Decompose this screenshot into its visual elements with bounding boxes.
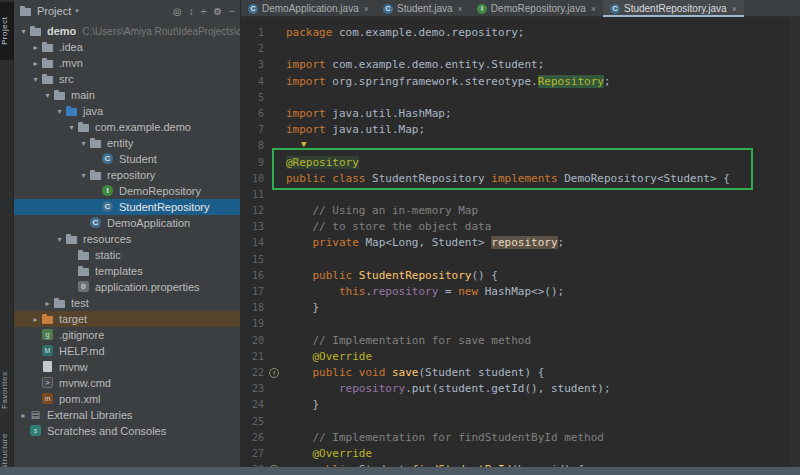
tree-item-pom-xml[interactable]: mpom.xml	[14, 391, 240, 407]
tree-item-test[interactable]: ▸test	[14, 295, 240, 311]
tree-item-resources[interactable]: ▾resources	[14, 231, 240, 247]
tab-student-java[interactable]: CStudent.java×	[376, 0, 470, 17]
tree-item-label: .idea	[59, 41, 83, 53]
stripe-project-button[interactable]: Project	[0, 2, 14, 60]
tab-demoapplication-java[interactable]: CDemoApplication.java×	[241, 0, 376, 17]
tree-item-main[interactable]: ▾main	[14, 87, 240, 103]
gutter	[267, 268, 282, 284]
code-token: new	[458, 285, 478, 298]
folder-icon	[65, 105, 79, 117]
line-number: 13	[241, 219, 267, 235]
code-editor[interactable]: 1package com.example.demo.repository;23i…	[241, 17, 800, 467]
chevron-expanded-icon[interactable]: ▾	[42, 91, 53, 100]
tree-item-src[interactable]: ▾src	[14, 71, 240, 87]
settings-gear-icon[interactable]: ⚙	[213, 6, 222, 17]
code-token: public class	[286, 172, 365, 185]
chevron-expanded-icon[interactable]: ▾	[54, 235, 65, 244]
close-tab-icon[interactable]: ×	[458, 4, 463, 14]
code-line-24: 24 }	[241, 397, 800, 413]
chevron-collapsed-icon[interactable]: ▸	[18, 411, 29, 420]
code-text	[282, 138, 286, 154]
tree-item-gitignore[interactable]: g.gitignore	[14, 327, 240, 343]
tree-item-templates[interactable]: templates	[14, 263, 240, 279]
chevron-expanded-icon[interactable]: ▾	[54, 107, 65, 116]
tree-item-scratches-and-consoles[interactable]: sScratches and Consoles	[14, 423, 240, 439]
tree-item-com-example-demo[interactable]: ▾com.example.demo	[14, 119, 240, 135]
code-token: org.springframework.stereotype.	[326, 75, 538, 88]
tree-item-static[interactable]: static	[14, 247, 240, 263]
chevron-collapsed-icon[interactable]: ▸	[42, 299, 53, 308]
close-tab-icon[interactable]: ×	[591, 4, 596, 14]
tool-window-stripe: Project Favorites Structure	[0, 0, 14, 467]
project-panel-header: Project ▾ ◎↕÷⚙−	[14, 0, 240, 22]
line-number: 16	[241, 268, 267, 284]
override-method-icon[interactable]: ↑	[269, 368, 279, 378]
close-tab-icon[interactable]: ×	[364, 4, 369, 14]
hide-panel-icon[interactable]: −	[229, 6, 235, 17]
code-token: package	[286, 26, 332, 39]
chevron-expanded-icon[interactable]: ▾	[18, 27, 29, 36]
chevron-collapsed-icon[interactable]: ▸	[30, 43, 41, 52]
class-icon: C	[610, 4, 620, 14]
code-text: }	[282, 397, 319, 413]
locate-file-icon[interactable]: ◎	[173, 6, 182, 17]
tab-demorepository-java[interactable]: IDemoRepository.java×	[470, 0, 603, 17]
tree-item-repository[interactable]: ▾repository	[14, 167, 240, 183]
tab-studentrepository-java[interactable]: CStudentRepository.java×	[603, 0, 744, 17]
editor-scrollbar[interactable]	[790, 17, 800, 467]
gutter	[267, 155, 282, 171]
chevron-expanded-icon[interactable]: ▾	[78, 171, 89, 180]
tree-item-entity[interactable]: ▾entity	[14, 135, 240, 151]
tab-label: StudentRepository.java	[624, 3, 727, 14]
tree-item-student[interactable]: CStudent	[14, 151, 240, 167]
library-icon: ▤	[29, 409, 43, 421]
code-line-6: 6import java.util.HashMap;	[241, 106, 800, 122]
tree-item-mvnw-cmd[interactable]: >mvnw.cmd	[14, 375, 240, 391]
tree-item-help-md[interactable]: MHELP.md	[14, 343, 240, 359]
code-token: StudentRepository	[359, 269, 472, 282]
code-line-21: 21 @Override	[241, 349, 800, 365]
chevron-expanded-icon[interactable]: ▾	[78, 139, 89, 148]
tree-item-studentrepository[interactable]: CStudentRepository	[14, 199, 240, 215]
code-token: @Repository	[286, 156, 359, 169]
line-number: 15	[241, 252, 267, 268]
tree-item-demoapplication[interactable]: CDemoApplication	[14, 215, 240, 231]
code-token: StudentRepository	[365, 172, 491, 185]
tree-item-idea[interactable]: ▸.idea	[14, 39, 240, 55]
expand-all-icon[interactable]: ↕	[189, 6, 194, 17]
code-token: () {	[471, 269, 498, 282]
tree-item-mvn[interactable]: ▸.mvn	[14, 55, 240, 71]
override-gutter[interactable]: ↑	[267, 365, 282, 381]
gutter	[267, 252, 282, 268]
interface-icon: I	[477, 4, 487, 14]
chevron-collapsed-icon[interactable]: ▸	[30, 315, 41, 324]
tree-item-demorepository[interactable]: IDemoRepository	[14, 183, 240, 199]
gutter	[267, 106, 282, 122]
stripe-favorites-button[interactable]: Favorites	[0, 362, 14, 418]
tree-item-demo[interactable]: ▾demoC:\Users\Amiya Rout\IdeaProjects\de…	[14, 23, 240, 39]
tree-item-mvnw[interactable]: mvnw	[14, 359, 240, 375]
tree-item-label: DemoApplication	[107, 217, 190, 229]
tree-item-target[interactable]: ▸target	[14, 311, 240, 327]
code-line-13: 13 // to store the object data	[241, 219, 800, 235]
tree-item-application-properties[interactable]: ⚙application.properties	[14, 279, 240, 295]
project-panel-title[interactable]: Project	[37, 5, 71, 17]
folder-icon	[77, 121, 91, 133]
tree-item-java[interactable]: ▾java	[14, 103, 240, 119]
close-tab-icon[interactable]: ×	[732, 4, 737, 14]
project-panel: Project ▾ ◎↕÷⚙− ▾demoC:\Users\Amiya Rout…	[14, 0, 241, 467]
tree-item-label: DemoRepository	[119, 185, 201, 197]
code-token: import	[286, 123, 326, 136]
collapse-all-icon[interactable]: ÷	[201, 6, 207, 17]
tree-item-external-libraries[interactable]: ▸▤External Libraries	[14, 407, 240, 423]
code-text: repository.put(student.getId(), student)…	[282, 381, 611, 397]
code-token: com.example.demo.repository;	[332, 26, 524, 39]
code-token: (Student student) {	[418, 366, 544, 379]
chevron-expanded-icon[interactable]: ▾	[66, 123, 77, 132]
maven-xml-icon: m	[41, 393, 55, 405]
chevron-collapsed-icon[interactable]: ▸	[30, 59, 41, 68]
chevron-down-icon[interactable]: ▾	[75, 7, 79, 15]
tree-item-label: application.properties	[95, 281, 200, 293]
chevron-expanded-icon[interactable]: ▾	[30, 75, 41, 84]
line-number: 6	[241, 106, 267, 122]
